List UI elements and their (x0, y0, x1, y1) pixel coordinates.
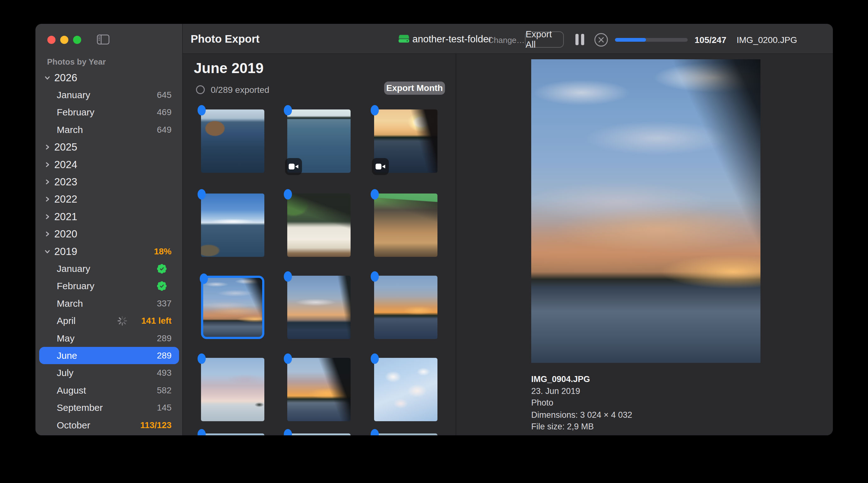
month-export-progress: 113/123 (140, 420, 172, 430)
sidebar-item-label: 2025 (54, 141, 77, 153)
sidebar-month-june[interactable]: June289 (39, 347, 179, 364)
sidebar-year-2025[interactable]: 2025 (39, 139, 179, 156)
sidebar-item-label: June (57, 350, 77, 361)
chevron-right-icon (43, 178, 51, 186)
toolbar: Photo Export another-test-folder Change…… (183, 24, 833, 54)
status-dot-icon (371, 105, 379, 115)
sidebar-year-2020[interactable]: 2020 (39, 225, 179, 243)
photo-thumbnail[interactable] (201, 358, 265, 421)
sidebar-item-label: 2026 (54, 72, 77, 84)
month-photo-count: 582 (157, 386, 172, 395)
zoom-button[interactable] (73, 36, 81, 44)
status-dot-icon (284, 354, 292, 364)
photo-thumbnail[interactable] (374, 358, 437, 421)
status-dot-icon (197, 189, 206, 200)
app-title: Photo Export (191, 33, 260, 45)
pause-icon[interactable] (576, 34, 579, 45)
status-dot-icon (284, 189, 292, 200)
status-dot-icon (371, 354, 379, 364)
sidebar-year-2024[interactable]: 2024 (39, 156, 179, 173)
photo-thumbnail[interactable] (374, 433, 437, 435)
photo-thumbnail[interactable] (201, 276, 265, 339)
photo-thumbnail[interactable] (287, 433, 350, 435)
sidebar-month-january[interactable]: January (39, 260, 179, 277)
export-all-button[interactable]: Export All (525, 31, 564, 48)
exported-status-text: 0/289 exported (211, 85, 269, 95)
sidebar-item-label: August (57, 385, 86, 396)
sidebar-item-label: April (57, 315, 75, 326)
sidebar-month-august[interactable]: August582 (39, 382, 179, 399)
month-title: June 2019 (194, 60, 264, 77)
sidebar-month-july[interactable]: July493 (39, 364, 179, 382)
photo-thumbnail[interactable] (374, 193, 437, 257)
sidebar: Photos by Year 2026January645February469… (35, 24, 183, 435)
photo-thumbnail[interactable] (374, 276, 437, 339)
sidebar-item-label: 2019 (54, 246, 77, 258)
video-badge (372, 158, 389, 175)
sidebar-item-label: September (57, 402, 103, 413)
month-photo-count: 493 (157, 368, 172, 378)
sidebar-item-label: 2021 (54, 211, 77, 223)
sidebar-month-april[interactable]: April141 left (39, 312, 179, 330)
sidebar-item-label: May (57, 333, 74, 344)
preview-date: 23. Jun 2019 (531, 386, 580, 396)
photo-thumbnail[interactable] (287, 276, 350, 339)
sidebar-item-label: February (57, 281, 94, 291)
preview-filename: IMG_0904.JPG (531, 374, 590, 384)
sidebar-item-label: 2022 (54, 193, 77, 205)
minimize-button[interactable] (60, 36, 68, 44)
sidebar-year-2023[interactable]: 2023 (39, 173, 179, 190)
status-dot-icon (284, 105, 292, 115)
chevron-right-icon (43, 195, 51, 203)
month-export-progress: 18% (154, 246, 172, 256)
month-photo-count: 337 (157, 299, 172, 309)
sidebar-month-march[interactable]: March337 (39, 295, 179, 312)
sidebar-month-march[interactable]: March649 (39, 121, 179, 138)
sidebar-year-2026[interactable]: 2026 (39, 69, 179, 86)
sidebar-month-february[interactable]: February (39, 278, 179, 295)
exported-progress-circle-icon (196, 85, 205, 94)
chevron-right-icon (43, 161, 51, 169)
export-month-button[interactable]: Export Month (384, 82, 445, 95)
sidebar-item-label: March (57, 124, 83, 135)
video-thumbnail[interactable] (374, 110, 437, 173)
sidebar-year-2021[interactable]: 2021 (39, 208, 179, 225)
preview-kind: Photo (531, 398, 554, 408)
photo-thumbnail[interactable] (287, 193, 350, 257)
sidebar-month-may[interactable]: May289 (39, 330, 179, 347)
pause-icon[interactable] (581, 34, 584, 45)
sidebar-item-label: March (57, 298, 83, 309)
sidebar-item-label: January (57, 90, 90, 100)
photo-thumbnail[interactable] (201, 433, 265, 435)
video-badge (285, 158, 302, 175)
sidebar-month-february[interactable]: February469 (39, 104, 179, 121)
month-photo-count: 289 (157, 333, 172, 343)
status-dot-icon (197, 354, 206, 364)
cancel-export-icon[interactable] (594, 33, 608, 48)
photo-thumbnail[interactable] (201, 110, 265, 173)
photo-thumbnail[interactable] (287, 358, 350, 421)
sidebar-month-january[interactable]: January645 (39, 86, 179, 103)
exported-check-seal-icon (157, 281, 166, 291)
sidebar-month-october[interactable]: October113/123 (39, 417, 179, 434)
sidebar-item-label: 2020 (54, 228, 77, 240)
preview-filesize: File size: 2,9 MB (531, 422, 594, 431)
chevron-down-icon (43, 74, 51, 82)
toggle-sidebar-icon[interactable] (97, 34, 110, 46)
chevron-down-icon (43, 248, 51, 255)
video-thumbnail[interactable] (287, 110, 350, 173)
month-photo-count: 645 (157, 90, 172, 100)
sidebar-year-2022[interactable]: 2022 (39, 191, 179, 208)
sidebar-month-september[interactable]: September145 (39, 399, 179, 417)
photo-thumbnail[interactable] (201, 193, 265, 257)
video-icon (288, 163, 299, 170)
sidebar-item-label: July (57, 368, 73, 378)
sidebar-year-2019[interactable]: 201918% (39, 243, 179, 260)
sidebar-item-label: January (57, 264, 90, 274)
sidebar-item-label: 2024 (54, 159, 77, 171)
sidebar-item-label: February (57, 107, 94, 118)
close-button[interactable] (48, 36, 56, 44)
status-dot-icon (284, 429, 292, 435)
change-folder-button[interactable]: Change… (488, 35, 525, 45)
export-progress-count: 105/247 (694, 35, 726, 45)
